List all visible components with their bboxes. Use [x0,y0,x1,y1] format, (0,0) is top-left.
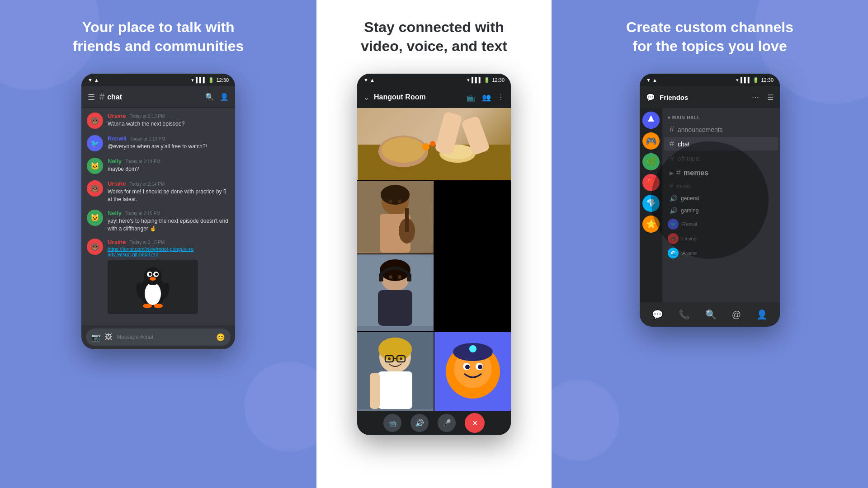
right-panel: Create custom channelsfor the topics you… [552,0,868,488]
channel-item-offtopic[interactable]: # off-topic [664,151,778,165]
hash-icon-chat: # [670,139,674,149]
hash-icon-ann: # [670,125,674,134]
screen-share-icon[interactable]: 📺 [467,93,476,102]
channel-item-general[interactable]: 🔊 general [664,192,778,204]
channel-item-gaming[interactable]: 🔊 gaming [664,205,778,216]
voice-user-ursine: 🐻 Ursine [662,231,780,246]
channel-item-memes[interactable]: ▶ # memes [664,166,778,180]
svg-point-35 [398,275,401,279]
participants-icon[interactable]: 👥 [482,93,491,102]
user-avatar-renwil: 🐦 [668,219,679,230]
channels-header: 💬 Friendos ⋯ ☰ [640,86,780,108]
svg-rect-45 [378,371,412,409]
server-icon-active[interactable] [642,112,660,129]
svg-rect-33 [407,273,411,282]
more-options-icon-ch[interactable]: ⋯ [752,93,759,102]
collapse-icon[interactable]: ▾ [668,115,670,120]
volume-icon-gen: 🔊 [670,195,677,202]
end-call-btn[interactable]: ✕ [465,413,485,433]
channel-item-chat[interactable]: # chat [664,137,778,151]
gif-preview [108,260,198,314]
left-phone: ▼ ▲ ▾ ▌▌▌ 🔋 12:30 ☰ # chat 🔍 👤 [81,74,235,349]
user-avatar-arame: 🌊 [668,248,679,258]
hamburger-icon[interactable]: ☰ [88,92,95,102]
expand-icon[interactable]: ▶ [670,170,674,176]
hash-icon: # [99,92,104,102]
volume-icon-gam: 🔊 [670,207,677,214]
svg-point-6 [155,273,158,276]
avatar-ursine: 🐻 [87,113,103,129]
message-group-5: 🐱 Nelly Today at 2:15 PM yay! here's to … [87,210,230,233]
svg-point-24 [381,185,410,205]
avatar-ursine-3: 🐻 [87,239,103,255]
svg-point-34 [389,275,392,279]
server-icon-4[interactable]: 💎 [642,195,660,212]
volume-btn[interactable]: 🔊 [410,414,429,432]
avatar-ursine-2: 🐻 [87,180,103,197]
left-panel: Your place to talk withfriends and commu… [0,0,316,488]
svg-rect-32 [379,273,383,282]
nav-mentions[interactable]: @ [732,310,741,320]
video-cell-food [357,108,511,180]
chat-header: ☰ # chat 🔍 👤 [81,86,235,108]
back-chevron-icon[interactable]: ⌄ [363,93,369,102]
message-group-1: 🐻 Ursine Today at 2:13 PM Wanna watch th… [87,113,230,129]
svg-rect-36 [378,290,412,326]
svg-point-5 [149,273,151,276]
server-icon-1[interactable]: 🎮 [642,132,660,150]
penguin-illustration [135,264,171,310]
server-icons-bar: 🎮 🌿 🔴 💎 ⭐ [640,108,662,302]
status-bar-mid: ▼ ▲ ▾ ▌▌▌ 🔋 12:30 [357,74,511,86]
svg-point-7 [150,277,156,281]
voice-user-arame: 🌊 Arame [662,246,780,260]
camera-icon[interactable]: 📷 [91,333,100,342]
avatar-nelly: 🐱 [87,158,103,174]
svg-point-20 [430,141,435,146]
svg-point-2 [144,267,162,285]
nav-channels[interactable]: 💬 [652,309,663,320]
right-phone-mockup: ▼ ▲ ▾ ▌▌▌ 🔋 12:30 💬 Friendos ⋯ ☰ [640,74,780,327]
video-cell-smiling [357,332,434,411]
camera-toggle-btn[interactable]: 📹 [383,414,401,432]
chat-mode-icon: 💬 [646,93,655,102]
svg-point-55 [469,345,476,352]
mic-btn[interactable]: 🎤 [438,414,456,432]
message-group-6: 🐻 Ursine Today at 2:15 PM https://tenor.… [87,239,230,314]
video-cell-guitar [357,181,434,253]
svg-rect-28 [405,208,409,232]
svg-point-25 [389,200,392,203]
middle-phone: ▼ ▲ ▾ ▌▌▌ 🔋 12:30 ⌄ Hangout Room 📺 👥 ⋮ [357,74,511,435]
nav-calls[interactable]: 📞 [679,309,690,320]
video-header: ⌄ Hangout Room 📺 👥 ⋮ [357,86,511,108]
bottom-nav: 💬 📞 🔍 @ 👤 [640,302,780,327]
svg-point-19 [422,143,429,150]
right-phone: ▼ ▲ ▾ ▌▌▌ 🔋 12:30 💬 Friendos ⋯ ☰ [640,74,780,327]
middle-phone-mockup: ▼ ▲ ▾ ▌▌▌ 🔋 12:30 ⌄ Hangout Room 📺 👥 ⋮ [357,74,511,435]
svg-point-43 [388,357,391,360]
hash-icon-off: # [670,154,674,163]
voice-user-renwil: 🐦 Renwil [662,217,780,231]
svg-point-53 [478,365,482,369]
emoji-icon[interactable]: 😊 [216,333,225,342]
add-member-icon[interactable]: 👤 [220,93,229,101]
channel-item-announcements[interactable]: # announcements [664,122,778,136]
hash-icon-music: # [670,183,673,190]
nav-search[interactable]: 🔍 [705,309,717,320]
svg-point-39 [378,338,412,361]
channel-item-music[interactable]: # music [664,180,778,192]
menu-icon-ch[interactable]: ☰ [767,93,774,102]
video-controls: 📹 🔊 🎤 ✕ [357,411,511,435]
svg-point-14 [382,137,425,163]
svg-point-8 [143,304,152,308]
server-icon-3[interactable]: 🔴 [642,174,660,191]
image-icon[interactable]: 🖼 [105,333,112,341]
svg-point-1 [145,282,161,305]
more-options-icon[interactable]: ⋮ [497,93,505,102]
nav-profile[interactable]: 👤 [756,309,768,320]
svg-point-26 [398,200,401,203]
search-icon[interactable]: 🔍 [205,93,214,101]
server-icon-5[interactable]: ⭐ [642,216,660,233]
chat-input-bar[interactable]: 📷 🖼 Message #chat 😊 [86,328,231,346]
server-icon-2[interactable]: 🌿 [642,153,660,170]
middle-headline: Stay connected withvideo, voice, and tex… [361,18,507,56]
